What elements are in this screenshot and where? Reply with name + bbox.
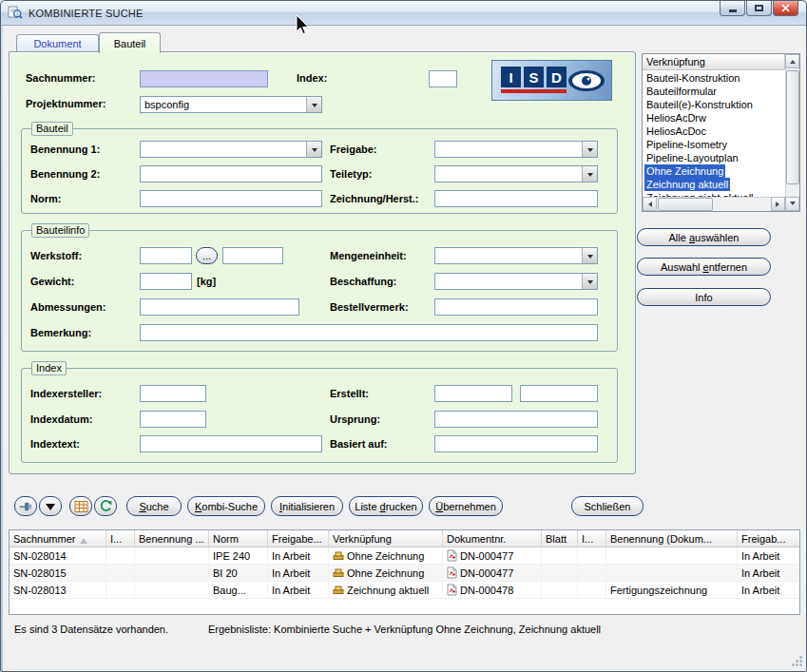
- status-count-text: Es sind 3 Datensätze vorhanden.: [14, 624, 168, 635]
- column-header-norm[interactable]: Norm: [209, 530, 268, 547]
- info-button[interactable]: Info: [637, 288, 771, 306]
- cell-freigabe-dokument: In Arbeit: [741, 585, 779, 596]
- window-title: KOMBINIERTE SUCHE: [29, 8, 144, 19]
- scroll-left-button[interactable]: [643, 197, 657, 211]
- suche-button[interactable]: Suche: [126, 496, 182, 516]
- index-input[interactable]: [429, 70, 457, 87]
- list-item[interactable]: Bauteil-Konstruktion: [643, 71, 785, 85]
- isd-logo-letter: I: [501, 67, 521, 87]
- part-link-icon: [333, 550, 344, 562]
- list-item[interactable]: HeliosAcDoc: [643, 125, 785, 138]
- column-header-freigabe-dokument[interactable]: Freigab...: [738, 530, 800, 547]
- expand-search-mask-button[interactable]: [39, 496, 62, 516]
- indexdatum-input[interactable]: [140, 411, 206, 428]
- list-item[interactable]: Pipeline-Isometry: [643, 138, 785, 151]
- benennung2-input[interactable]: [140, 165, 322, 182]
- norm-input[interactable]: [140, 190, 322, 207]
- teiletyp-label: Teiletyp:: [330, 168, 372, 180]
- pin-search-mask-button[interactable]: [14, 496, 37, 516]
- list-item[interactable]: Pipeline-Layoutplan: [643, 151, 785, 164]
- column-header-index2[interactable]: I...: [578, 530, 606, 547]
- column-header-dokumentnr[interactable]: Dokumentnr.: [443, 530, 542, 547]
- sachnummer-input[interactable]: [140, 70, 268, 87]
- tab-bauteil[interactable]: Bauteil: [99, 32, 161, 53]
- chevron-down-icon[interactable]: [306, 97, 321, 112]
- column-header-blatt[interactable]: Blatt: [542, 530, 578, 547]
- list-item[interactable]: HeliosAcDrw: [643, 111, 785, 125]
- indextext-input[interactable]: [140, 435, 322, 452]
- horizontal-scrollbar[interactable]: [643, 197, 785, 211]
- chevron-down-icon[interactable]: [582, 248, 597, 263]
- initialisieren-button[interactable]: Initialisieren: [271, 496, 343, 516]
- chevron-down-icon[interactable]: [582, 274, 597, 289]
- refresh-button[interactable]: [94, 496, 117, 516]
- vertical-scroll-thumb[interactable]: [786, 70, 799, 184]
- beschaffung-select[interactable]: [434, 273, 598, 290]
- part-link-icon: [333, 567, 344, 579]
- gewicht-input[interactable]: [140, 273, 192, 290]
- table-row[interactable]: SN-028014 IPE 240 In Arbeit Ohne Zeichnu…: [10, 547, 799, 565]
- tab-dokument[interactable]: Dokument: [16, 34, 99, 52]
- column-header-benennung-dokument[interactable]: Benennung (Dokum...: [606, 530, 738, 547]
- list-item-selected[interactable]: Ohne Zeichnung: [643, 164, 785, 178]
- vertical-scrollbar[interactable]: [785, 54, 799, 211]
- chevron-down-icon[interactable]: [582, 142, 597, 157]
- cell-verknuepfung: Zeichnung aktuell: [347, 585, 429, 596]
- freigabe-select[interactable]: [434, 141, 598, 158]
- ursprung-input[interactable]: [434, 411, 598, 428]
- chevron-down-icon[interactable]: [306, 142, 321, 157]
- scroll-down-button[interactable]: [785, 197, 799, 211]
- projektnummer-select[interactable]: bspconfig: [140, 96, 322, 113]
- table-row[interactable]: SN-028015 BI 20 In Arbeit Ohne Zeichnung…: [10, 565, 799, 582]
- verknuepfung-list-header[interactable]: Verknüpfung: [643, 54, 785, 70]
- grid-icon: [74, 500, 88, 513]
- arrow-down-icon: [46, 504, 55, 515]
- column-header-sachnummer[interactable]: Sachnummer: [10, 530, 106, 547]
- auswahl-entfernen-button[interactable]: Auswahl entfernen: [637, 258, 771, 276]
- werkstoff-input-1[interactable]: [140, 247, 192, 264]
- titlebar[interactable]: KOMBINIERTE SUCHE: [1, 1, 806, 26]
- maximize-button[interactable]: [746, 1, 772, 16]
- alle-auswaehlen-button[interactable]: Alle auswählen: [637, 228, 771, 246]
- kombi-suche-button[interactable]: Kombi-Suche: [187, 496, 265, 516]
- cell-freigabe: In Arbeit: [272, 550, 310, 562]
- kombi-suche-label: Kombi-Suche: [195, 501, 258, 512]
- minimize-button[interactable]: [720, 1, 745, 16]
- werkstoff-browse-button[interactable]: ...: [196, 247, 218, 264]
- benennung1-select[interactable]: [140, 141, 322, 158]
- basiert-auf-input[interactable]: [434, 435, 598, 452]
- list-item-label: HeliosAcDrw: [644, 111, 708, 125]
- table-row[interactable]: SN-028013 Baug... In Arbeit Zeichnung ak…: [10, 582, 799, 599]
- scroll-right-button[interactable]: [771, 197, 785, 211]
- column-header-verknuepfung[interactable]: Verknüpfung: [329, 530, 443, 547]
- liste-drucken-button[interactable]: Liste drucken: [349, 496, 423, 516]
- arrow-right-icon: [776, 202, 782, 207]
- chevron-down-icon[interactable]: [582, 166, 597, 182]
- schliessen-button[interactable]: Schließen: [571, 496, 644, 516]
- list-item-selected[interactable]: Zeichnung aktuell: [643, 178, 785, 191]
- list-item[interactable]: Bauteil(e)-Konstruktion: [643, 98, 785, 111]
- close-button[interactable]: [773, 1, 798, 16]
- column-header-index[interactable]: I...: [106, 530, 135, 547]
- zeichnung-herst-input[interactable]: [434, 190, 598, 207]
- teiletyp-select[interactable]: [434, 165, 598, 182]
- column-header-benennung[interactable]: Benennung ...: [135, 530, 209, 547]
- abmessungen-input[interactable]: [140, 298, 299, 316]
- bemerkung-input[interactable]: [140, 324, 598, 341]
- bestellvermerk-input[interactable]: [434, 298, 598, 316]
- indexersteller-input[interactable]: [140, 385, 206, 402]
- erstellt-input-1[interactable]: [434, 385, 512, 402]
- projektnummer-label: Projektnummer:: [26, 98, 106, 109]
- horizontal-scroll-thumb[interactable]: [658, 198, 713, 211]
- resize-grip[interactable]: [790, 654, 803, 669]
- list-item-label: Bauteil(e)-Konstruktion: [644, 98, 755, 111]
- scroll-up-button[interactable]: [785, 54, 799, 68]
- liste-drucken-label: Liste drucken: [355, 501, 416, 512]
- list-item[interactable]: Bauteilformular: [643, 85, 785, 98]
- werkstoff-input-2[interactable]: [222, 247, 283, 264]
- erstellt-input-2[interactable]: [520, 385, 598, 402]
- mengeneinheit-select[interactable]: [434, 247, 598, 264]
- column-header-freigabe[interactable]: Freigabe...: [268, 530, 329, 547]
- result-list-button[interactable]: [69, 496, 92, 516]
- uebernehmen-button[interactable]: Übernehmen: [429, 496, 503, 516]
